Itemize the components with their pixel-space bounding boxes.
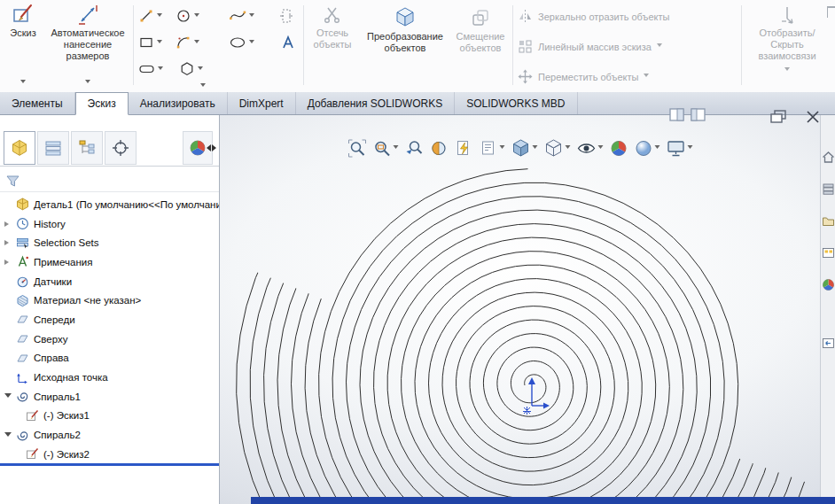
close-window-icon[interactable] bbox=[805, 109, 821, 125]
chevron-down-icon[interactable] bbox=[532, 145, 537, 151]
trim-entities-button[interactable]: Отсечь объекты bbox=[307, 5, 358, 50]
tree-item-sketch1[interactable]: (-) Эскиз1 bbox=[0, 407, 219, 426]
dimxpertmanager-tab[interactable] bbox=[105, 131, 137, 165]
home-icon[interactable] bbox=[822, 151, 835, 164]
offset-entities-button[interactable]: Смещение объектов bbox=[452, 9, 509, 54]
move-entities-button[interactable]: Переместить объекты bbox=[518, 69, 649, 84]
expander-icon[interactable] bbox=[4, 260, 14, 265]
tab-evaluate[interactable]: Анализировать bbox=[129, 92, 228, 114]
configurationmanager-tab[interactable] bbox=[71, 131, 103, 165]
tree-item-sketch2[interactable]: (-) Эскиз2 bbox=[0, 445, 219, 464]
tree-item-spiral2[interactable]: Спираль2 bbox=[0, 425, 219, 445]
tab-solidworks-addins[interactable]: Добавления SOLIDWORKS bbox=[296, 92, 456, 114]
slot-tool-button[interactable] bbox=[138, 58, 163, 80]
spiral2-curve[interactable] bbox=[237, 115, 820, 504]
dynamic-annotation-button[interactable] bbox=[454, 139, 472, 158]
tree-item-annotations[interactable]: Примечания bbox=[0, 252, 219, 272]
arc-tool-button[interactable] bbox=[176, 32, 199, 53]
slot-icon bbox=[138, 61, 155, 77]
annotation-views-button[interactable] bbox=[479, 139, 504, 158]
section-view-button[interactable] bbox=[429, 139, 448, 158]
display-style-button[interactable] bbox=[543, 138, 570, 158]
chevron-down-icon[interactable] bbox=[20, 80, 26, 86]
ellipse-tool-button[interactable] bbox=[229, 32, 254, 53]
apply-scene-button[interactable] bbox=[634, 139, 659, 158]
view-settings-button[interactable] bbox=[666, 139, 692, 158]
tree-item-top-plane[interactable]: Сверху bbox=[0, 330, 219, 349]
appearances-icon[interactable] bbox=[822, 278, 835, 291]
expander-icon[interactable] bbox=[4, 392, 14, 401]
chevron-down-icon[interactable] bbox=[657, 43, 662, 50]
chevron-down-icon[interactable] bbox=[393, 145, 398, 151]
line-tool-button[interactable] bbox=[138, 5, 162, 27]
chevron-down-icon[interactable] bbox=[249, 40, 254, 46]
tree-item-material[interactable]: Материал <не указан> bbox=[0, 291, 219, 310]
offset-entities-icon bbox=[471, 9, 490, 28]
chevron-down-icon[interactable] bbox=[198, 66, 203, 73]
zoom-area-button[interactable] bbox=[372, 139, 398, 158]
chevron-down-icon[interactable] bbox=[85, 80, 90, 86]
zoom-fit-button[interactable] bbox=[347, 139, 366, 158]
tree-item-spiral1[interactable]: Спираль1 bbox=[0, 387, 219, 407]
rectangle-tool-button[interactable] bbox=[138, 32, 162, 53]
mirror-flyout-button[interactable] bbox=[278, 5, 294, 27]
spiral1-curve[interactable] bbox=[319, 169, 738, 504]
tree-item-right-plane[interactable]: Справа bbox=[0, 349, 219, 368]
smart-dimension-button[interactable]: Автоматическое нанесение размеров bbox=[44, 3, 131, 89]
expander-icon[interactable] bbox=[4, 430, 14, 440]
featuremanager-pane-toggle-icon[interactable] bbox=[691, 107, 706, 123]
tree-item-selection-sets[interactable]: Selection Sets bbox=[0, 233, 219, 252]
tree-item-front-plane[interactable]: Спереди bbox=[0, 310, 219, 330]
chevron-down-icon[interactable] bbox=[784, 67, 790, 74]
expander-icon[interactable] bbox=[4, 240, 14, 245]
tab-sketch[interactable]: Эскиз bbox=[75, 92, 129, 115]
chevron-down-icon[interactable] bbox=[157, 13, 162, 19]
sketch-button[interactable]: Эскиз bbox=[4, 3, 43, 89]
featuremanager-tab[interactable] bbox=[4, 131, 35, 165]
tree-item-part[interactable]: Деталь1 (По умолчанию<<По умолчанию> bbox=[0, 195, 219, 214]
tree-item-sensors[interactable]: Датчики bbox=[0, 272, 219, 291]
chevron-down-icon[interactable] bbox=[194, 13, 199, 19]
chevron-down-icon[interactable] bbox=[597, 145, 603, 151]
chevron-down-icon[interactable] bbox=[499, 145, 504, 151]
previous-view-button[interactable] bbox=[404, 139, 423, 158]
restore-window-icon[interactable] bbox=[770, 110, 787, 124]
convert-entities-button[interactable]: Преобразование объектов bbox=[362, 5, 449, 54]
linear-pattern-button[interactable]: Линейный массив эскиза bbox=[518, 39, 662, 54]
hide-show-items-button[interactable] bbox=[576, 139, 603, 158]
circle-tool-button[interactable] bbox=[176, 5, 199, 27]
expander-icon[interactable] bbox=[4, 221, 14, 227]
tab-dimxpert[interactable]: DimXpert bbox=[228, 92, 296, 114]
chevron-down-icon[interactable] bbox=[565, 145, 570, 151]
file-explorer-icon[interactable] bbox=[822, 214, 835, 228]
edit-appearance-button[interactable] bbox=[609, 139, 628, 158]
graphics-area[interactable] bbox=[220, 115, 820, 504]
mirror-entities-button[interactable]: Зеркально отразить объекты bbox=[518, 9, 669, 24]
chevron-down-icon[interactable] bbox=[654, 145, 659, 151]
chevron-down-icon[interactable] bbox=[200, 83, 206, 89]
display-relations-button[interactable]: Отобразить/Скрыть взаимосвязи bbox=[746, 5, 828, 87]
tree-item-origin[interactable]: Исходная точка bbox=[0, 368, 219, 387]
tab-scroll-left-icon[interactable] bbox=[203, 144, 211, 151]
design-library-icon[interactable] bbox=[822, 182, 835, 196]
chevron-down-icon[interactable] bbox=[249, 13, 254, 19]
spline-tool-button[interactable] bbox=[229, 5, 254, 27]
text-tool-button[interactable] bbox=[280, 32, 296, 53]
chevron-down-icon[interactable] bbox=[194, 40, 199, 46]
propertymanager-tab[interactable] bbox=[37, 131, 69, 165]
tree-item-history[interactable]: History bbox=[0, 214, 219, 234]
tab-scroll-right-icon[interactable] bbox=[212, 144, 220, 151]
rollback-bar[interactable] bbox=[0, 463, 219, 466]
tab-features[interactable]: Элементы bbox=[0, 92, 75, 114]
chevron-down-icon[interactable] bbox=[158, 66, 163, 73]
polygon-tool-button[interactable] bbox=[179, 58, 203, 80]
custom-properties-icon[interactable] bbox=[822, 337, 835, 350]
chevron-down-icon[interactable] bbox=[687, 145, 692, 151]
view-palette-icon[interactable] bbox=[822, 246, 835, 260]
chevron-down-icon[interactable] bbox=[157, 40, 162, 46]
chevron-down-icon[interactable] bbox=[644, 74, 649, 80]
view-orientation-button[interactable] bbox=[511, 138, 537, 158]
display-pane-toggle-icon[interactable] bbox=[669, 107, 685, 123]
tree-filter-row[interactable] bbox=[0, 170, 219, 192]
tab-solidworks-mbd[interactable]: SOLIDWORKS MBD bbox=[455, 92, 577, 114]
